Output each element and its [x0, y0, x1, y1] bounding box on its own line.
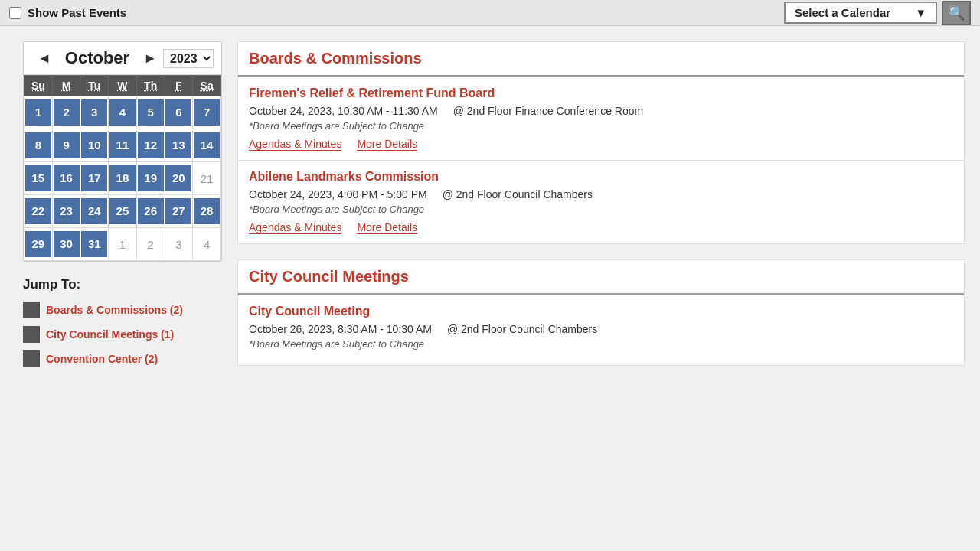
- calendar-day-cell: 9: [52, 129, 80, 162]
- event-location: @ 2nd Floor Council Chambers: [443, 188, 593, 201]
- calendar-day-button[interactable]: 22: [25, 198, 51, 224]
- calendar-day-button[interactable]: 28: [194, 198, 220, 224]
- calendar-day-button[interactable]: 10: [81, 132, 107, 158]
- calendar-day-button[interactable]: 6: [165, 99, 191, 126]
- calendar-day-button[interactable]: 24: [81, 198, 107, 224]
- calendar-day-button[interactable]: 31: [81, 231, 107, 257]
- weekday-header: Th: [136, 76, 165, 96]
- event-link[interactable]: Agendas & Minutes: [249, 221, 341, 234]
- weekday-header: Su: [24, 76, 53, 96]
- calendar-day-button[interactable]: 2: [54, 99, 80, 126]
- calendar-day-button[interactable]: 27: [165, 198, 191, 224]
- event-title[interactable]: Firemen's Relief & Retirement Fund Board: [249, 86, 495, 99]
- search-button[interactable]: 🔍: [942, 1, 971, 25]
- chevron-down-icon: ▼: [915, 6, 926, 19]
- calendar-day-button[interactable]: 19: [138, 165, 164, 191]
- calendar-day-cell: 29: [24, 228, 53, 261]
- calendar-day-button[interactable]: 18: [109, 165, 136, 191]
- calendar-widget: ◄ October ► 2023 SuMTuWThFSa 12345678910…: [23, 41, 222, 262]
- calendar-day-button[interactable]: 26: [138, 198, 164, 224]
- calendar-day-button[interactable]: 7: [194, 99, 220, 126]
- calendar-day-button[interactable]: 23: [54, 198, 80, 224]
- jump-item[interactable]: Boards & Commissions (2): [23, 302, 222, 318]
- calendar-week-row: 891011121314: [24, 129, 221, 162]
- event-title[interactable]: Abilene Landmarks Commission: [249, 170, 439, 183]
- top-bar: Show Past Events Select a Calendar ▼ 🔍: [0, 0, 980, 26]
- show-past-events-checkbox[interactable]: [9, 7, 21, 19]
- content-area: Boards & CommissionsFiremen's Relief & R…: [237, 41, 965, 551]
- calendar-day-cell: 30: [52, 228, 80, 261]
- calendar-day-button[interactable]: 12: [138, 132, 164, 158]
- calendar-day-button[interactable]: 15: [25, 165, 51, 191]
- event-link[interactable]: More Details: [357, 221, 417, 234]
- calendar-grid: SuMTuWThFSa 1234567891011121314151617181…: [24, 75, 221, 261]
- calendar-day-cell: 7: [193, 96, 221, 129]
- year-select[interactable]: 2023: [163, 49, 214, 68]
- calendar-day-cell: 21: [193, 162, 221, 195]
- jump-item-label[interactable]: Boards & Commissions (2): [46, 304, 183, 316]
- calendar-day-button[interactable]: 8: [25, 132, 51, 158]
- calendar-day-cell: 26: [136, 195, 165, 228]
- calendar-day-button[interactable]: 30: [54, 231, 80, 257]
- section-header: Boards & Commissions: [238, 42, 964, 77]
- main-layout: ◄ October ► 2023 SuMTuWThFSa 12345678910…: [0, 26, 980, 551]
- event-location: @ 2nd Floor Council Chambers: [447, 323, 597, 335]
- calendar-day-cell: 3: [80, 96, 109, 129]
- event-date-time-text: October 26, 2023, 8:30 AM - 10:30 AM: [249, 323, 432, 335]
- next-month-button[interactable]: ►: [137, 49, 163, 68]
- show-past-events-label: Show Past Events: [28, 6, 126, 19]
- calendar-day-button[interactable]: 11: [109, 132, 136, 158]
- select-calendar-button[interactable]: Select a Calendar ▼: [784, 2, 937, 24]
- event-link[interactable]: Agendas & Minutes: [249, 138, 341, 151]
- weekday-header: Sa: [193, 76, 221, 96]
- calendar-day-button[interactable]: 14: [194, 132, 220, 158]
- event-title[interactable]: City Council Meeting: [249, 305, 370, 318]
- jump-item-label[interactable]: City Council Meetings (1): [46, 328, 174, 341]
- section-title: City Council Meetings: [249, 268, 409, 285]
- calendar-day-button[interactable]: 17: [81, 165, 107, 191]
- calendar-day-cell: 22: [24, 195, 53, 228]
- calendar-day-inactive: 2: [147, 238, 153, 251]
- event-location: @ 2nd Floor Finance Conference Room: [453, 105, 643, 117]
- calendar-day-cell: 10: [80, 129, 109, 162]
- calendar-day-button[interactable]: 4: [109, 99, 136, 126]
- jump-item[interactable]: Convention Center (2): [23, 350, 222, 367]
- calendar-color-icon: [23, 350, 40, 367]
- calendar-day-cell: 19: [136, 162, 165, 195]
- jump-item-label[interactable]: Convention Center (2): [46, 353, 158, 365]
- calendar-day-cell: 4: [193, 228, 221, 261]
- calendar-day-cell: 11: [109, 129, 137, 162]
- calendar-day-button[interactable]: 16: [54, 165, 80, 191]
- calendar-day-cell: 13: [165, 129, 193, 162]
- prev-month-button[interactable]: ◄: [31, 49, 57, 68]
- calendar-day-cell: 5: [136, 96, 165, 129]
- calendar-day-cell: 28: [193, 195, 221, 228]
- calendar-day-cell: 14: [193, 129, 221, 162]
- calendar-color-icon: [23, 326, 40, 343]
- calendar-day-button[interactable]: 29: [25, 231, 51, 257]
- select-calendar-label: Select a Calendar: [795, 6, 890, 19]
- calendar-week-row: 2930311234: [24, 228, 221, 261]
- calendar-day-cell: 16: [52, 162, 80, 195]
- calendar-color-icon: [23, 302, 40, 318]
- calendar-day-inactive: 3: [175, 238, 181, 251]
- calendar-day-cell: 2: [52, 96, 80, 129]
- weekday-header: F: [165, 76, 193, 96]
- calendar-day-cell: 27: [165, 195, 193, 228]
- calendar-day-button[interactable]: 13: [165, 132, 191, 158]
- sidebar: ◄ October ► 2023 SuMTuWThFSa 12345678910…: [23, 41, 222, 551]
- event-links: Agendas & MinutesMore Details: [249, 221, 953, 234]
- jump-item[interactable]: City Council Meetings (1): [23, 326, 222, 343]
- calendar-month: October: [57, 48, 137, 68]
- calendar-day-button[interactable]: 5: [138, 99, 164, 126]
- calendar-day-button[interactable]: 20: [165, 165, 191, 191]
- calendar-week-row: 22232425262728: [24, 195, 221, 228]
- calendar-day-cell: 3: [165, 228, 193, 261]
- weekday-header: M: [52, 76, 80, 96]
- calendar-day-button[interactable]: 1: [25, 99, 51, 126]
- calendar-day-cell: 8: [24, 129, 53, 162]
- event-link[interactable]: More Details: [357, 138, 417, 151]
- calendar-day-button[interactable]: 9: [54, 132, 80, 158]
- calendar-day-button[interactable]: 25: [109, 198, 136, 224]
- calendar-day-button[interactable]: 3: [81, 99, 107, 126]
